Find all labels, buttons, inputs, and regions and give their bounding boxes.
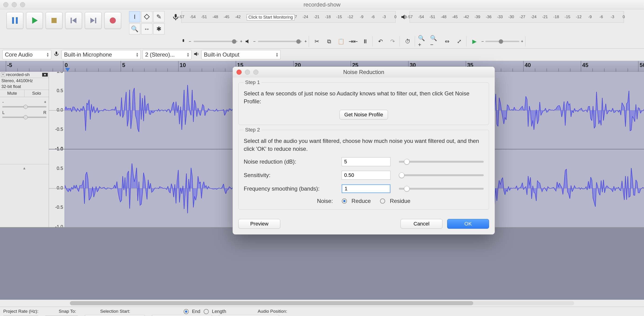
gain-slider[interactable]: [2, 106, 46, 108]
playhead-marker[interactable]: [65, 68, 70, 72]
device-toolbar: Core Audio ▲▼ Built-in Microphone ▲▼ 2 (…: [0, 49, 644, 61]
track-collapse-button[interactable]: ▲: [0, 164, 49, 170]
gain-minus-label: -: [2, 100, 4, 105]
draw-tool[interactable]: ✎: [153, 11, 164, 22]
noise-reduction-dialog: Noise Reduction Step 1 Select a few seco…: [232, 67, 495, 235]
track-close-button[interactable]: ×: [1, 73, 5, 77]
noise-reduction-input[interactable]: [342, 157, 390, 166]
svg-rect-1: [16, 17, 18, 24]
mic-small-icon: [180, 38, 186, 44]
pan-l-label: L: [2, 110, 5, 115]
svg-marker-12: [246, 39, 248, 43]
track-name[interactable]: recorded-sh: [6, 72, 42, 77]
get-noise-profile-button[interactable]: Get Noise Profile: [340, 110, 388, 120]
silence-button[interactable]: ⏸: [360, 36, 370, 46]
zoom-tool[interactable]: 🔍: [129, 23, 140, 34]
recording-volume-slider[interactable]: − + − +: [178, 36, 309, 47]
length-radio[interactable]: [204, 309, 209, 314]
solo-button[interactable]: Solo: [24, 90, 49, 97]
residue-radio[interactable]: [380, 198, 385, 204]
end-length-toggle: End Length: [184, 309, 244, 314]
skip-start-button[interactable]: [65, 12, 82, 29]
track-bitdepth: 32-bit float: [0, 84, 49, 90]
zoom-window-button[interactable]: [20, 2, 25, 7]
cut-button[interactable]: ✂: [312, 36, 322, 46]
selection-end-time[interactable]: 00h 00m 49.226s▼: [152, 315, 212, 316]
dialog-titlebar[interactable]: Noise Reduction: [233, 67, 495, 77]
play-at-speed-button[interactable]: ▶: [469, 36, 480, 46]
monitoring-hint[interactable]: Click to Start Monitoring: [247, 14, 294, 20]
selection-tool[interactable]: I: [129, 11, 140, 22]
snap-to-label: Snap To:: [59, 309, 87, 314]
sync-lock-button[interactable]: ⏱: [402, 36, 413, 46]
step2-label: Step 2: [244, 127, 262, 133]
skip-end-button[interactable]: [85, 12, 102, 29]
multi-tool[interactable]: ✱: [153, 23, 164, 34]
audio-position-time[interactable]: 00h 00m 00.000s▼: [219, 315, 279, 316]
svg-rect-3: [52, 18, 56, 23]
stop-button[interactable]: [46, 12, 62, 29]
recording-device-select[interactable]: Built-in Microphone ▲▼: [62, 50, 141, 59]
end-radio[interactable]: [184, 309, 189, 314]
frequency-smoothing-input[interactable]: [342, 184, 390, 193]
play-button[interactable]: [26, 12, 43, 29]
cancel-button[interactable]: Cancel: [400, 219, 442, 229]
dialog-close-button[interactable]: [236, 70, 242, 75]
mic-device-icon: [53, 51, 60, 59]
zoom-toolbar: 🔍+ 🔍− ⇔ ⤢: [416, 36, 466, 46]
sensitivity-input[interactable]: [342, 171, 390, 180]
reduce-radio[interactable]: [342, 198, 347, 204]
recording-meter[interactable]: LR -57-54-51-48-45-42-39-36-33-30-27-24-…: [170, 10, 396, 24]
fit-project-button[interactable]: ⤢: [454, 36, 464, 46]
track-menu-button[interactable]: ▼: [42, 73, 48, 77]
mute-button[interactable]: Mute: [0, 90, 24, 97]
main-toolbar: I ✎ 🔍 ↔ ✱ LR -57-54-51-48-45-42-39-36-33…: [0, 9, 644, 49]
playback-meter[interactable]: LR -57-54-51-48-45-42-39-36-33-30-27-24-…: [399, 10, 625, 24]
ok-button[interactable]: OK: [447, 219, 489, 229]
svg-rect-4: [70, 18, 72, 23]
zoom-out-button[interactable]: 🔍−: [430, 36, 440, 46]
timeshift-tool[interactable]: ↔: [141, 23, 152, 34]
trim-button[interactable]: ⇥⇤: [348, 36, 358, 46]
noise-reduction-slider[interactable]: [399, 161, 484, 163]
record-button[interactable]: [104, 12, 121, 29]
transport-toolbar: [4, 10, 124, 31]
window-titlebar: recorded-show: [0, 0, 644, 9]
copy-button[interactable]: ⧉: [324, 36, 334, 46]
recording-channels-select[interactable]: 2 (Stereo)... ▲▼: [142, 50, 192, 59]
svg-rect-0: [12, 17, 14, 24]
selection-start-time[interactable]: 00h 00m 00.000s▼: [85, 315, 145, 316]
selection-start-label: Selection Start:: [100, 309, 170, 314]
svg-marker-13: [194, 52, 197, 56]
frequency-smoothing-label: Frequency smoothing (bands):: [244, 185, 342, 192]
paste-button[interactable]: 📋: [336, 36, 346, 46]
playback-device-select[interactable]: Built-in Output ▲▼: [201, 50, 280, 59]
minimize-window-button[interactable]: [12, 2, 17, 7]
step2-group: Step 2 Select all of the audio you want …: [238, 127, 489, 210]
play-at-speed-toolbar: ▶ − +: [468, 36, 526, 46]
undo-button[interactable]: ↶: [375, 36, 386, 46]
empty-track-area[interactable]: [0, 228, 644, 300]
preview-button[interactable]: Preview: [238, 219, 280, 229]
horizontal-scrollbar[interactable]: [0, 300, 644, 307]
end-label: End: [192, 309, 200, 314]
dialog-minimize-button[interactable]: [245, 70, 250, 75]
residue-label: Residue: [390, 198, 410, 204]
redo-button[interactable]: ↷: [388, 36, 398, 46]
close-window-button[interactable]: [3, 2, 8, 7]
sync-lock-toolbar: ⏱: [401, 36, 415, 46]
audio-host-select[interactable]: Core Audio ▲▼: [2, 50, 51, 59]
zoom-in-button[interactable]: 🔍+: [418, 36, 428, 46]
playback-meter-scale: -57-54-51-48-45-42-39-36-33-30-27-24-21-…: [410, 11, 624, 22]
frequency-smoothing-slider[interactable]: [399, 188, 484, 190]
pan-r-label: R: [43, 110, 46, 115]
pause-button[interactable]: [6, 12, 23, 29]
fit-selection-button[interactable]: ⇔: [442, 36, 452, 46]
envelope-tool[interactable]: [141, 11, 152, 22]
step1-group: Step 1 Select a few seconds of just nois…: [238, 79, 489, 125]
dialog-zoom-button[interactable]: [253, 70, 258, 75]
pan-slider[interactable]: [2, 117, 46, 118]
sensitivity-slider[interactable]: [399, 174, 484, 176]
recording-device-value: Built-in Microphone: [64, 51, 112, 58]
project-rate-label: Project Rate (Hz):: [3, 309, 45, 314]
